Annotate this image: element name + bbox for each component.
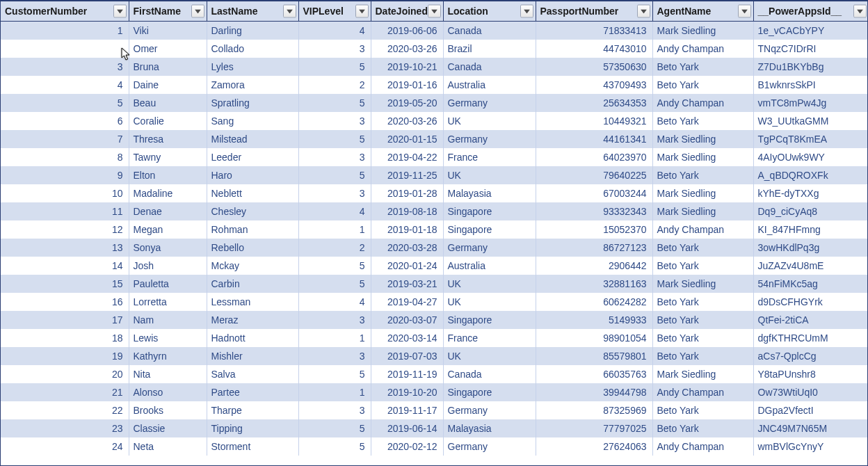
cell-location[interactable]: Germany xyxy=(443,94,536,112)
cell-lastname[interactable]: Mishler xyxy=(207,347,298,365)
cell-datejoined[interactable]: 2019-03-21 xyxy=(371,275,443,293)
cell-location[interactable]: Canada xyxy=(443,365,536,383)
filter-button-lastname[interactable] xyxy=(283,5,296,18)
cell-passportnumber[interactable]: 44743010 xyxy=(536,40,652,58)
cell-location[interactable]: Germany xyxy=(443,401,536,419)
cell-firstname[interactable]: Madaline xyxy=(129,184,207,202)
cell-lastname[interactable]: Rebello xyxy=(207,239,298,257)
cell-viplevel[interactable]: 4 xyxy=(298,293,371,311)
filter-button-location[interactable] xyxy=(520,5,533,18)
column-header-powerappsid[interactable]: __PowerAppsId__ xyxy=(753,1,868,22)
cell-lastname[interactable]: Carbin xyxy=(207,275,298,293)
cell-lastname[interactable]: Darling xyxy=(207,22,298,40)
cell-location[interactable]: UK xyxy=(443,293,536,311)
table-row[interactable]: 3BrunaLyles52019-10-21Canada57350630Beto… xyxy=(1,58,868,76)
cell-location[interactable]: Singapore xyxy=(443,383,536,401)
cell-passportnumber[interactable]: 39944798 xyxy=(536,383,652,401)
table-row[interactable]: 17NamMeraz32020-03-07Singapore5149933Bet… xyxy=(1,311,868,329)
cell-agentname[interactable]: Beto Yark xyxy=(652,239,753,257)
cell-passportnumber[interactable]: 2906442 xyxy=(536,257,652,275)
cell-datejoined[interactable]: 2019-11-25 xyxy=(371,166,443,184)
cell-passportnumber[interactable]: 5149933 xyxy=(536,311,652,329)
cell-location[interactable]: Australia xyxy=(443,257,536,275)
cell-agentname[interactable]: Mark Siedling xyxy=(652,202,753,220)
filter-button-customernumber[interactable] xyxy=(113,5,127,18)
table-row[interactable]: 20NitaSalva52019-11-19Canada66035763Mark… xyxy=(1,365,868,383)
table-row[interactable]: 10MadalineNeblett32019-01-28Malayasia670… xyxy=(1,184,868,202)
column-header-location[interactable]: Location xyxy=(443,1,536,22)
cell-location[interactable]: Germany xyxy=(443,239,536,257)
cell-customernumber[interactable]: 1 xyxy=(1,22,129,40)
cell-lastname[interactable]: Hadnott xyxy=(207,329,298,347)
cell-customernumber[interactable]: 3 xyxy=(1,58,129,76)
cell-customernumber[interactable]: 18 xyxy=(1,329,129,347)
cell-agentname[interactable]: Beto Yark xyxy=(652,293,753,311)
cell-customernumber[interactable]: 19 xyxy=(1,347,129,365)
cell-viplevel[interactable]: 5 xyxy=(298,257,371,275)
cell-location[interactable]: Australia xyxy=(443,76,536,94)
cell-firstname[interactable]: Bruna xyxy=(129,58,207,76)
cell-customernumber[interactable]: 15 xyxy=(1,275,129,293)
table-row[interactable]: 14JoshMckay52020-01-24Australia2906442Be… xyxy=(1,257,868,275)
cell-datejoined[interactable]: 2019-01-18 xyxy=(371,220,443,239)
cell-location[interactable]: Brazil xyxy=(443,40,536,58)
table-row[interactable]: 6CoralieSang32020-03-26UK10449321Beto Ya… xyxy=(1,112,868,130)
table-row[interactable]: 5BeauSpratling52019-05-20Germany25634353… xyxy=(1,94,868,112)
cell-powerappsid[interactable]: Dq9_ciCyAq8 xyxy=(753,202,868,220)
table-row[interactable]: OmerCollado32020-03-26Brazil44743010Andy… xyxy=(1,40,868,58)
cell-powerappsid[interactable]: Y8taPUnshr8 xyxy=(753,365,868,383)
cell-firstname[interactable]: Alonso xyxy=(129,383,207,401)
cell-customernumber[interactable]: 8 xyxy=(1,148,129,166)
cell-datejoined[interactable]: 2019-11-17 xyxy=(371,401,443,419)
cell-firstname[interactable]: Megan xyxy=(129,220,207,239)
cell-viplevel[interactable]: 5 xyxy=(298,58,371,76)
cell-viplevel[interactable]: 5 xyxy=(298,437,371,456)
cell-lastname[interactable]: Milstead xyxy=(207,130,298,148)
cell-customernumber[interactable]: 14 xyxy=(1,257,129,275)
table-row[interactable]: 22BrooksTharpe32019-11-17Germany87325969… xyxy=(1,401,868,419)
cell-agentname[interactable]: Mark Siedling xyxy=(652,22,753,40)
cell-viplevel[interactable]: 5 xyxy=(298,419,371,437)
cell-datejoined[interactable]: 2019-10-21 xyxy=(371,58,443,76)
cell-datejoined[interactable]: 2020-03-07 xyxy=(371,311,443,329)
table-row[interactable]: 7ThresaMilstead52020-01-15Germany4416134… xyxy=(1,130,868,148)
cell-passportnumber[interactable]: 98901054 xyxy=(536,329,652,347)
cell-viplevel[interactable]: 1 xyxy=(298,220,371,239)
table-row[interactable]: 11DenaeChesley42019-08-18Singapore933323… xyxy=(1,202,868,220)
cell-firstname[interactable]: Denae xyxy=(129,202,207,220)
filter-button-powerappsid[interactable] xyxy=(853,5,867,18)
column-header-firstname[interactable]: FirstName xyxy=(129,1,207,22)
cell-customernumber[interactable]: 21 xyxy=(1,383,129,401)
cell-datejoined[interactable]: 2019-04-22 xyxy=(371,148,443,166)
cell-firstname[interactable]: Elton xyxy=(129,166,207,184)
cell-datejoined[interactable]: 2019-06-14 xyxy=(371,419,443,437)
cell-firstname[interactable]: Beau xyxy=(129,94,207,112)
cell-customernumber[interactable]: 20 xyxy=(1,365,129,383)
cell-powerappsid[interactable]: d9DsCFHGYrk xyxy=(753,293,868,311)
cell-agentname[interactable]: Beto Yark xyxy=(652,166,753,184)
cell-powerappsid[interactable]: 3owHKdlPq3g xyxy=(753,239,868,257)
cell-passportnumber[interactable]: 15052370 xyxy=(536,220,652,239)
cell-agentname[interactable]: Mark Siedling xyxy=(652,365,753,383)
filter-button-viplevel[interactable] xyxy=(355,5,369,18)
cell-lastname[interactable]: Rohman xyxy=(207,220,298,239)
cell-lastname[interactable]: Leeder xyxy=(207,148,298,166)
cell-powerappsid[interactable]: kYhE-dyTXXg xyxy=(753,184,868,202)
filter-button-agentname[interactable] xyxy=(738,5,751,18)
cell-powerappsid[interactable]: wmBVlGcYnyY xyxy=(753,437,868,456)
cell-location[interactable]: Singapore xyxy=(443,202,536,220)
cell-firstname[interactable]: Josh xyxy=(129,257,207,275)
cell-customernumber[interactable]: 12 xyxy=(1,220,129,239)
cell-location[interactable]: France xyxy=(443,148,536,166)
cell-firstname[interactable]: Lorretta xyxy=(129,293,207,311)
cell-location[interactable]: Canada xyxy=(443,22,536,40)
table-row[interactable]: 15PaulettaCarbin52019-03-21UK32881163Mar… xyxy=(1,275,868,293)
cell-customernumber[interactable]: 24 xyxy=(1,437,129,456)
cell-location[interactable]: Singapore xyxy=(443,220,536,239)
cell-firstname[interactable]: Pauletta xyxy=(129,275,207,293)
cell-datejoined[interactable]: 2020-03-28 xyxy=(371,239,443,257)
cell-powerappsid[interactable]: TgPCqT8KmEA xyxy=(753,130,868,148)
cell-lastname[interactable]: Mckay xyxy=(207,257,298,275)
filter-button-firstname[interactable] xyxy=(191,5,204,18)
cell-powerappsid[interactable]: DGpa2VfectI xyxy=(753,401,868,419)
